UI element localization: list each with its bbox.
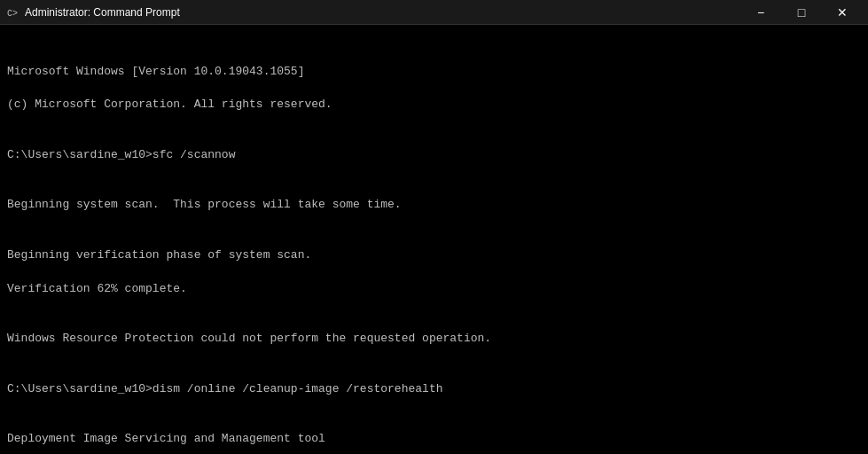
window-controls: − □ ✕ [740, 0, 863, 25]
title-bar: C> Administrator: Command Prompt − □ ✕ [0, 0, 868, 25]
minimize-button[interactable]: − [740, 0, 781, 25]
console-line: Windows Resource Protection could not pe… [7, 331, 861, 348]
cmd-icon: C> [5, 5, 20, 20]
console-line: Microsoft Windows [Version 10.0.19043.10… [7, 64, 861, 81]
window-title: Administrator: Command Prompt [25, 6, 180, 19]
svg-text:C>: C> [7, 9, 18, 19]
console-line: Beginning system scan. This process will… [7, 197, 861, 214]
console-line: Verification 62% complete. [7, 281, 861, 298]
close-button[interactable]: ✕ [822, 0, 863, 25]
console-output[interactable]: Microsoft Windows [Version 10.0.19043.10… [0, 25, 868, 454]
window: C> Administrator: Command Prompt − □ ✕ M… [0, 0, 868, 454]
console-line: (c) Microsoft Corporation. All rights re… [7, 97, 861, 114]
console-line: Beginning verification phase of system s… [7, 247, 861, 264]
title-bar-left: C> Administrator: Command Prompt [5, 5, 180, 20]
console-line: C:\Users\sardine_w10>dism /online /clean… [7, 381, 861, 398]
console-line: C:\Users\sardine_w10>sfc /scannow [7, 147, 861, 164]
console-line: Deployment Image Servicing and Managemen… [7, 431, 861, 448]
maximize-button[interactable]: □ [781, 0, 822, 25]
